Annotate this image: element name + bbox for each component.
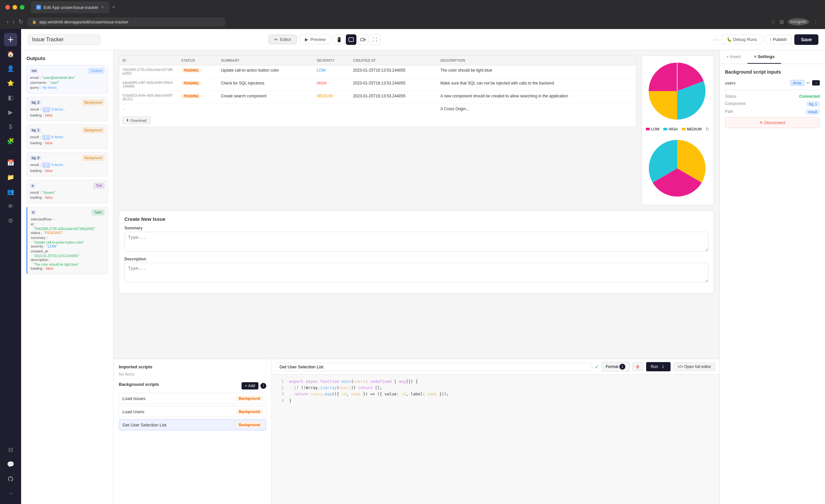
table-row[interactable]: ... A Cross Origin... xyxy=(119,104,636,114)
cell-created-3: 2023-01-25T16:13:53.244055 xyxy=(350,91,437,104)
download-btn[interactable]: ⬇ Download xyxy=(122,117,151,124)
cell-desc-3: A new component should be created to all… xyxy=(437,91,636,104)
app-title-input[interactable]: Issue Tracker xyxy=(28,34,100,45)
cell-id-1: 794208f5-2735-428a-b4af-b071ff0a2962 xyxy=(119,65,178,78)
summary-label: Summary xyxy=(125,226,708,230)
table-row[interactable]: 07da0553-4e6e-4d56-8ded-5fd0f7d5c3c2 PEN… xyxy=(119,91,636,104)
description-input[interactable] xyxy=(125,263,708,283)
cell-status-4 xyxy=(178,104,218,114)
script-item-load-issues[interactable]: Load Issues Background xyxy=(119,393,266,404)
legend-medium-color xyxy=(682,128,686,130)
users-edit-btn[interactable]: ✏ xyxy=(807,80,810,85)
fullscreen-btn[interactable]: ⛶ xyxy=(370,34,380,45)
sidebar-icon-discord[interactable]: 💬 xyxy=(4,458,17,471)
legend-high-color xyxy=(663,128,667,130)
open-full-editor-btn[interactable]: </> Open full editor xyxy=(673,362,716,371)
add-script-btn[interactable]: + Add xyxy=(241,382,258,389)
nav-right-icons: ☆ ⊞ Incognito ⋮ xyxy=(771,18,818,25)
more-options-btn[interactable]: ⋯ xyxy=(713,36,719,43)
browser-tab[interactable]: W Edit App u/user/issue-tracker ✕ xyxy=(31,1,109,13)
code-area[interactable]: 1 export async function main(users: unde… xyxy=(272,375,720,504)
sidebar-icon-github[interactable] xyxy=(4,472,17,486)
extensions-icon[interactable]: ⊞ xyxy=(779,19,784,25)
new-tab-btn[interactable]: + xyxy=(112,4,116,11)
run-info-btn[interactable]: 1 xyxy=(660,364,666,370)
script-name-input[interactable]: Get User Selection List xyxy=(276,363,592,371)
traffic-lights xyxy=(5,5,24,10)
description-label: Description xyxy=(125,257,708,262)
cell-severity-1: LOW xyxy=(313,65,350,78)
col-created: CREATED AT xyxy=(350,56,437,65)
script-info-btn[interactable]: i xyxy=(260,383,266,389)
bg0-label: bg_0 xyxy=(30,156,41,160)
right-panel: + Insert ≡ Settings Background script in… xyxy=(720,50,825,504)
table-row[interactable]: eaba8d96-e387-4d2d-8494-096e4143b8fa PEN… xyxy=(119,78,636,91)
cell-severity-2: HIGH xyxy=(313,78,350,91)
description-group: Description xyxy=(125,257,708,284)
cell-id-3: 07da0553-4e6e-4d56-8ded-5fd0f7d5c3c2 xyxy=(119,91,178,104)
bg-scripts-actions: + Add i xyxy=(241,382,266,389)
reload-btn[interactable]: ↻ xyxy=(18,18,23,25)
address-bar[interactable]: 🔒 app.windmill.dev/apps/edit/u/user/issu… xyxy=(27,17,225,26)
disconnect-btn[interactable]: ✕ Disconnect xyxy=(725,117,820,128)
run-btn[interactable]: Run 1 xyxy=(646,362,671,371)
mobile-view-btn[interactable]: 📱 xyxy=(334,34,345,45)
editor-tab-btn[interactable]: ✏ Editor xyxy=(269,34,297,44)
bg-scripts-title: Background scripts xyxy=(119,382,159,387)
sidebar-icon-settings[interactable]: ⚙ xyxy=(4,214,17,227)
ctx-username-row: username : "user" xyxy=(30,80,104,84)
code-line-2: 2 if (!Array.isArray(users)) return []; xyxy=(277,385,714,391)
format-info-btn[interactable]: 1 xyxy=(619,364,625,370)
sidebar-icon-files[interactable]: 📁 xyxy=(4,171,17,184)
lock-icon: 🔒 xyxy=(32,20,36,24)
back-btn[interactable]: ‹ xyxy=(7,18,9,25)
sidebar-icon-home[interactable]: 🏠 xyxy=(4,48,17,61)
script-item-get-user-selection[interactable]: Get User Selection List Background xyxy=(119,419,266,430)
refresh-chart-btn[interactable]: ↻ xyxy=(705,126,709,132)
info-view-btn[interactable] xyxy=(358,34,368,45)
maximize-window-btn[interactable] xyxy=(20,5,24,10)
sidebar-icon-columns[interactable]: ⊟ xyxy=(4,443,17,456)
sidebar-icon-puzzle[interactable]: 🧩 xyxy=(4,135,17,148)
sidebar-icon-dollar[interactable]: $ xyxy=(4,120,17,133)
sidebar-icon-calendar[interactable]: 📅 xyxy=(4,156,17,169)
publish-btn[interactable]: ↑ Publish xyxy=(765,34,792,44)
editor-icon: ✏ xyxy=(274,37,278,42)
a-result-row: result : "Issues" xyxy=(30,191,104,195)
forward-btn[interactable]: › xyxy=(12,18,14,25)
format-btn[interactable]: Format 1 xyxy=(602,362,630,372)
sidebar-icon-windmill[interactable] xyxy=(4,33,17,46)
legend-medium: MEDIUM xyxy=(682,127,702,131)
sidebar-icon-eye[interactable]: 👁 xyxy=(4,200,17,213)
table-row[interactable]: 794208f5-2735-428a-b4af-b071ff0a2962 PEN… xyxy=(119,65,636,78)
create-issue-section: Create New Issue Summary Description xyxy=(119,211,714,293)
tab-close-btn[interactable]: ✕ xyxy=(101,5,104,10)
minimize-window-btn[interactable] xyxy=(12,5,17,10)
incognito-icon: Incognito xyxy=(788,18,809,25)
delete-script-btn[interactable]: 🗑 xyxy=(632,362,644,371)
sidebar-icon-play[interactable]: ▶ xyxy=(4,105,17,119)
tab-settings[interactable]: ≡ Settings xyxy=(747,50,781,64)
script-item-load-users[interactable]: Load Users Background xyxy=(119,406,266,417)
sidebar-icon-user[interactable]: 👤 xyxy=(4,62,17,75)
bookmark-icon[interactable]: ☆ xyxy=(771,19,775,25)
sidebar-icon-arrow-right[interactable]: → xyxy=(4,487,17,500)
summary-input[interactable] xyxy=(125,232,708,251)
sidebar-icon-group[interactable]: 👥 xyxy=(4,185,17,198)
users-arrow-btn[interactable]: → xyxy=(812,80,820,85)
preview-tab-btn[interactable]: ▶ Preview xyxy=(299,34,331,44)
debug-runs-btn[interactable]: 🐛 Debug Runs xyxy=(722,34,762,44)
close-window-btn[interactable] xyxy=(5,5,10,10)
tab-insert[interactable]: + Insert xyxy=(720,50,747,64)
tablet-view-btn[interactable] xyxy=(346,34,356,45)
bg1-label: bg_1 xyxy=(30,128,41,132)
bg0-loading-row: loading : false xyxy=(30,169,104,172)
sidebar-icon-layers[interactable]: ◧ xyxy=(4,91,17,104)
users-input-label: users xyxy=(725,80,736,85)
b-output-block: b Table selectedRow : - id : "794208f5-2… xyxy=(26,207,108,274)
b-severity: severity : "LOW" xyxy=(31,244,104,248)
save-btn[interactable]: Save xyxy=(794,34,818,45)
menu-icon[interactable]: ⋮ xyxy=(813,19,818,25)
toolbar-right: ⋯ 🐛 Debug Runs ↑ Publish Save xyxy=(713,34,818,45)
sidebar-icon-star[interactable]: ⭐ xyxy=(4,77,17,90)
